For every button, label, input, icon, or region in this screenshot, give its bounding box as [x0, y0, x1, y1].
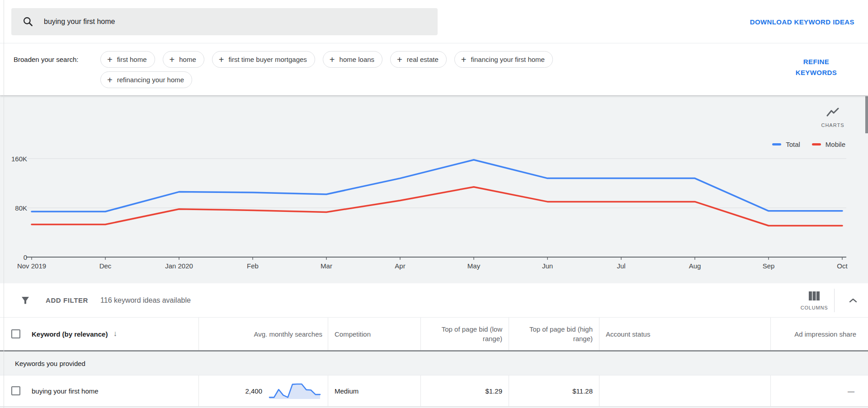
keyword-ideas-count: 116 keyword ideas available	[100, 296, 191, 305]
column-header-top-bid-high[interactable]: Top of page bid (high range)	[509, 318, 599, 350]
column-header-avg-monthly-searches[interactable]: Avg. monthly searches	[199, 318, 328, 350]
plus-icon: +	[107, 75, 113, 84]
columns-icon	[808, 295, 821, 302]
row-checkbox[interactable]	[11, 386, 20, 395]
select-all-checkbox[interactable]	[11, 329, 20, 338]
legend-label: Mobile	[826, 141, 845, 148]
search-row: DOWNLOAD KEYWORD IDEAS	[0, 0, 868, 43]
plus-icon: +	[219, 55, 224, 64]
broaden-chip-first-time-buyer-mortgages[interactable]: +first time buyer mortgages	[212, 51, 315, 68]
x-axis-tick-label: Jul	[617, 262, 625, 270]
x-axis-tick-label: Nov 2019	[17, 262, 46, 270]
column-header-competition[interactable]: Competition	[328, 318, 421, 350]
plus-icon: +	[330, 55, 335, 64]
top-bid-low-cell: $1.29	[421, 375, 509, 406]
x-axis-tick-label: Oct	[837, 262, 847, 270]
x-axis-tick-label: Aug	[689, 262, 701, 270]
vertical-divider	[834, 289, 835, 312]
keyword-text: buying your first home	[32, 387, 99, 395]
filter-bar: ADD FILTER 116 keyword ideas available C…	[0, 283, 868, 318]
broaden-chip-home-loans[interactable]: +home loans	[323, 51, 382, 68]
ad-impression-share-cell: —	[771, 375, 868, 406]
charts-toggle-button[interactable]: CHARTS	[816, 107, 850, 128]
chevron-up-icon	[849, 297, 857, 304]
vertical-scrollbar-thumb[interactable]	[865, 96, 868, 133]
search-icon	[22, 16, 34, 28]
keyword-search-input[interactable]	[44, 18, 415, 26]
panel-edge-divider	[4, 0, 4, 408]
sort-descending-icon: ↓	[113, 329, 117, 338]
column-header-ad-impression-share[interactable]: Ad impression share	[771, 318, 868, 350]
keyword-cell: buying your first home	[0, 375, 199, 406]
column-header-top-bid-low[interactable]: Top of page bid (low range)	[421, 318, 509, 350]
column-header-account-status[interactable]: Account status	[599, 318, 771, 350]
charts-toggle-label: CHARTS	[816, 122, 850, 128]
top-bid-low-label: Top of page bid (low range)	[437, 324, 509, 343]
keyword-table-row[interactable]: buying your first home 2,400 Medium $1.2…	[0, 375, 868, 406]
broaden-chip-real-estate[interactable]: +real estate	[390, 51, 447, 68]
chart-zigzag-icon	[826, 113, 840, 119]
avg-monthly-searches-value: 2,400	[245, 387, 262, 395]
search-volume-chart-card: 160K80K0 Nov 2019DecJan 2020FebMarAprMay…	[0, 95, 868, 283]
chip-label: first time buyer mortgages	[228, 56, 307, 63]
column-header-keyword-label: Keyword (by relevance)	[32, 330, 108, 338]
download-keyword-ideas-link[interactable]: DOWNLOAD KEYWORD IDEAS	[750, 0, 854, 43]
table-header-row: Keyword (by relevance) ↓ Avg. monthly se…	[0, 318, 868, 352]
broaden-chip-home[interactable]: +home	[163, 51, 204, 68]
columns-button-label: COLUMNS	[796, 305, 832, 310]
y-axis-tick-label: 80K	[0, 204, 27, 212]
collapse-chevron-button[interactable]	[838, 297, 868, 304]
plus-icon: +	[461, 55, 467, 64]
x-axis-tick-label: Dec	[99, 262, 112, 270]
top-bid-high-label: Top of page bid (high range)	[528, 324, 599, 343]
chip-label: refinancing your home	[117, 76, 184, 84]
legend-item-total: Total	[772, 141, 800, 148]
filter-funnel-icon[interactable]	[20, 295, 31, 306]
page-header: DOWNLOAD KEYWORD IDEAS Broaden your sear…	[0, 0, 868, 95]
y-axis-tick-label: 0	[0, 253, 27, 261]
legend-swatch	[772, 143, 781, 145]
broaden-search-section: Broaden your search: +first home+home+fi…	[0, 43, 868, 95]
section-header-keywords-you-provided: Keywords you provided	[0, 352, 868, 375]
account-status-cell	[599, 375, 771, 406]
competition-cell: Medium	[328, 375, 421, 406]
chip-label: home	[179, 56, 196, 63]
x-axis-tick-label: Sep	[763, 262, 775, 270]
broaden-chips: +first home+home+first time buyer mortga…	[100, 51, 650, 88]
plus-icon: +	[397, 55, 402, 64]
x-axis-tick-label: Jun	[542, 262, 553, 270]
broaden-chip-first-home[interactable]: +first home	[100, 51, 155, 68]
chip-label: first home	[117, 56, 147, 63]
traffic-trend-chart	[0, 95, 868, 283]
legend-item-mobile: Mobile	[812, 141, 845, 148]
legend-swatch	[812, 143, 821, 145]
refine-keywords-link[interactable]: REFINE KEYWORDS	[788, 56, 844, 78]
plus-icon: +	[170, 55, 175, 64]
y-axis-tick-label: 160K	[0, 155, 27, 163]
broaden-chip-refinancing-your-home[interactable]: +refinancing your home	[100, 71, 192, 88]
add-filter-button[interactable]: ADD FILTER	[46, 296, 88, 304]
legend-label: Total	[786, 141, 800, 148]
search-box[interactable]	[11, 8, 438, 35]
column-header-keyword[interactable]: Keyword (by relevance) ↓	[0, 318, 199, 350]
broaden-chip-financing-your-first-home[interactable]: +financing your first home	[454, 51, 553, 68]
chip-label: real estate	[407, 56, 439, 63]
plus-icon: +	[107, 55, 113, 64]
broaden-search-label: Broaden your search:	[14, 54, 84, 65]
search-trend-sparkline	[268, 380, 322, 402]
filter-bar-actions: COLUMNS	[796, 283, 868, 318]
avg-monthly-searches-cell: 2,400	[199, 375, 328, 406]
x-axis-tick-label: Mar	[321, 262, 332, 270]
x-axis-tick-label: May	[467, 262, 480, 270]
x-axis-tick-label: Apr	[395, 262, 405, 270]
top-bid-high-cell: $11.28	[509, 375, 599, 406]
x-axis-tick-label: Jan 2020	[165, 262, 193, 270]
chip-label: financing your first home	[471, 56, 545, 63]
chart-legend: TotalMobile	[772, 141, 845, 148]
columns-button[interactable]: COLUMNS	[796, 291, 832, 310]
chip-label: home loans	[340, 56, 375, 63]
x-axis-tick-label: Feb	[247, 262, 259, 270]
next-section-strip	[0, 406, 868, 408]
